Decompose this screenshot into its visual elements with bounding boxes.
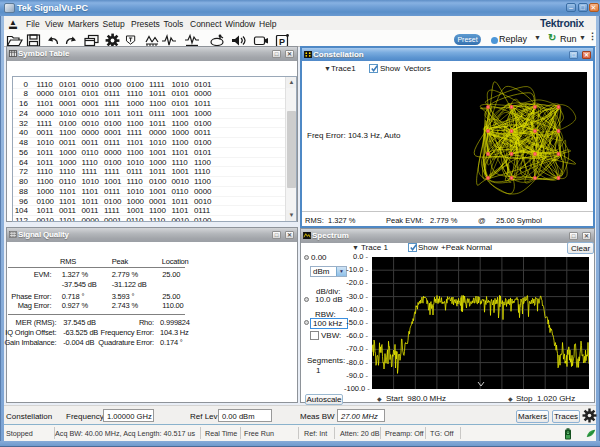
svg-text:P: P bbox=[279, 37, 285, 47]
